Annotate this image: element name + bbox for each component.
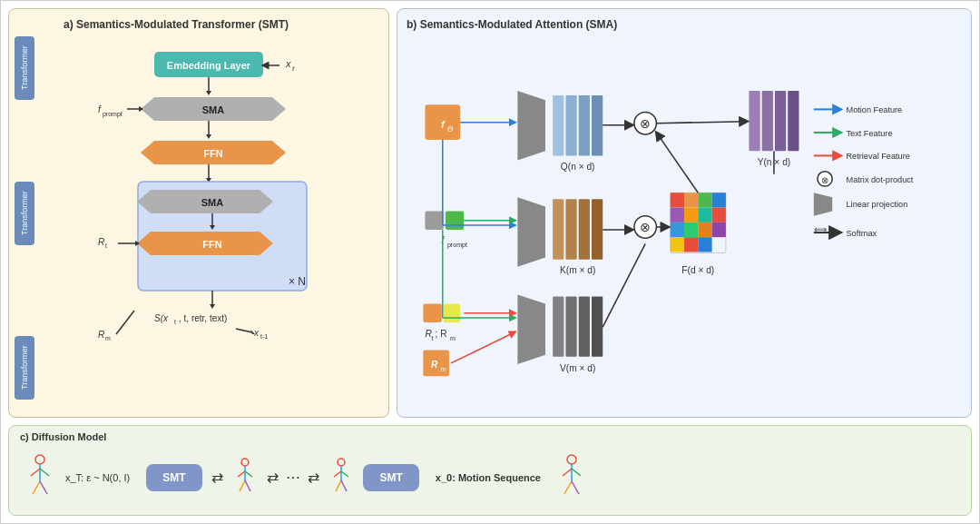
- ffn2-text: FFN: [202, 239, 221, 250]
- legend-softmax-dbl: ⟺: [814, 224, 827, 234]
- xt1-label: x: [253, 328, 260, 338]
- v-col1: [553, 296, 564, 356]
- f-cell-8: [712, 208, 726, 222]
- panel-c: c) Diffusion Model x_T: ε ~ N(0, I) SMT …: [8, 425, 972, 516]
- s-sub: t: [174, 319, 176, 325]
- fprompt-label: f: [98, 104, 102, 114]
- panel-a-title: a) Semantics-Modulated Transformer (SMT): [64, 18, 379, 31]
- main-container: a) Semantics-Modulated Transformer (SMT)…: [0, 0, 980, 524]
- proj-v: [517, 294, 545, 364]
- q-matrix-label: Q(n × d): [561, 162, 595, 172]
- smt-button-2: SMT: [363, 464, 418, 491]
- y-col4: [788, 91, 799, 151]
- rt-label: R: [98, 237, 104, 247]
- svg-point-18: [35, 455, 44, 464]
- v-matrix-label: V(m × d): [560, 363, 595, 373]
- f-cell-13: [671, 237, 684, 252]
- rm-label: R: [98, 330, 104, 340]
- svg-marker-6: [210, 304, 215, 309]
- svg-marker-2: [206, 134, 211, 139]
- panel-b-title: b) Semantics-Modulated Attention (SMA): [407, 18, 962, 31]
- arrow-v-circle: [603, 243, 645, 327]
- legend-motion-text: Motion Feature: [847, 105, 903, 114]
- diffusion-eq: x_T: ε ~ N(0, I): [65, 472, 130, 483]
- rm-rect-small: [444, 304, 460, 322]
- legend-text-text: Text Feature: [847, 129, 893, 138]
- svg-line-21: [40, 469, 49, 476]
- dots: ⋯: [286, 470, 300, 485]
- transformer-box-2: Transformer: [15, 182, 34, 245]
- svg-line-27: [245, 471, 252, 477]
- svg-line-20: [31, 469, 40, 476]
- k-col4: [592, 199, 603, 259]
- svg-line-28: [240, 480, 245, 491]
- y-col2: [762, 91, 773, 151]
- svg-point-24: [241, 459, 249, 466]
- repeat-label: × N: [289, 275, 306, 288]
- svg-line-29: [245, 480, 250, 491]
- fprompt-sub: prompt: [103, 111, 122, 118]
- f-matrix-label: F(d × d): [681, 265, 714, 275]
- f-cell-6: [684, 208, 698, 222]
- v-col4: [592, 296, 603, 356]
- embed-text: Embedding Layer: [167, 60, 251, 71]
- svg-line-33: [341, 471, 348, 477]
- s-label: S(x: [154, 313, 169, 323]
- sma-diagram-svg: f Θ f prompt R t ; R m R m: [407, 38, 962, 412]
- rm-sub: m: [105, 335, 111, 341]
- f-cell-11: [698, 222, 711, 237]
- sma2-text: SMA: [201, 197, 224, 208]
- final-symbol: ⊗: [640, 116, 651, 131]
- svg-line-35: [341, 480, 347, 491]
- panel-b: b) Semantics-Modulated Attention (SMA): [397, 8, 972, 418]
- arrow-right-1: ⇄: [211, 469, 223, 486]
- rm-label-b: R: [431, 360, 438, 370]
- svg-marker-1: [139, 106, 143, 112]
- k-col3: [579, 199, 590, 259]
- legend-softmax-text: Softmax: [847, 229, 877, 238]
- ftheta-sub: Θ: [447, 125, 454, 133]
- sma1-text: SMA: [202, 104, 225, 115]
- arrow-rm-v: [451, 331, 515, 363]
- legend-dot-text: Matrix dot-product: [847, 175, 914, 184]
- rm-sub-b: m: [450, 335, 456, 342]
- xt1-arrow: [236, 329, 252, 332]
- rt-sub-b: t: [432, 335, 434, 342]
- f-cell-10: [684, 222, 698, 237]
- proj-q: [517, 91, 545, 161]
- panel-c-title: c) Diffusion Model: [20, 431, 106, 442]
- y-col1: [749, 91, 760, 151]
- k-col1: [553, 199, 564, 259]
- fprompt-rect2: [446, 212, 464, 230]
- k-matrix-label: K(m × d): [560, 265, 595, 275]
- arrow-group-1: ⇄: [211, 469, 223, 486]
- top-section: a) Semantics-Modulated Transformer (SMT)…: [1, 1, 979, 425]
- arrow-final-y: [656, 122, 747, 124]
- x0-container: x_0: Motion Sequence: [436, 472, 541, 483]
- svg-line-41: [572, 481, 579, 494]
- smt-diagram-svg: Embedding Layer x t SMA f prompt: [73, 47, 381, 374]
- f-cell-14: [684, 237, 698, 252]
- legend-retrieval-text: Retrieval Feature: [847, 152, 910, 161]
- f-cell-5: [671, 208, 684, 222]
- legend-proj-shape: [814, 193, 832, 216]
- svg-line-40: [564, 481, 572, 494]
- svg-line-22: [33, 481, 40, 494]
- k-col2: [565, 199, 576, 259]
- stick-figure-left: [24, 452, 56, 502]
- svg-marker-0: [206, 91, 211, 95]
- panel-a: a) Semantics-Modulated Transformer (SMT)…: [8, 8, 389, 418]
- f-cell-4: [712, 193, 726, 207]
- arrow-right-3: ⇄: [308, 470, 319, 485]
- xt-label: x: [285, 58, 291, 69]
- f-cell-12: [712, 222, 726, 237]
- q-col3: [579, 95, 590, 155]
- transformer-box-1: Transformer: [15, 36, 34, 100]
- rm-arrow: [116, 311, 134, 334]
- softmax-symbol: ⊗: [640, 220, 651, 234]
- fprompt-sub-b: prompt: [447, 242, 467, 249]
- smt-button-1: SMT: [146, 464, 201, 491]
- stick-figure-mid2: [328, 457, 354, 498]
- f-cell-3: [698, 193, 711, 207]
- svg-line-38: [563, 469, 572, 476]
